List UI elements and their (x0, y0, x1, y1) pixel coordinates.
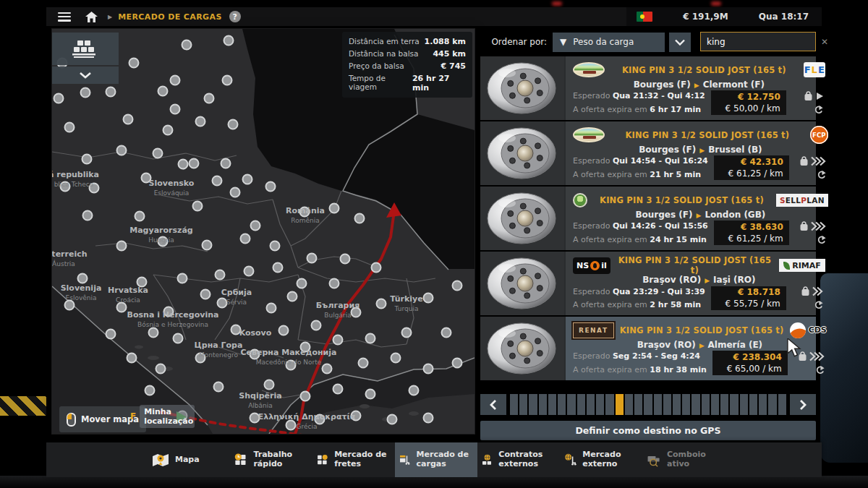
city-marker (203, 241, 212, 250)
sort-expand-button[interactable] (669, 33, 691, 52)
scrollbar-segment[interactable] (778, 394, 786, 415)
city-marker (117, 146, 127, 155)
speed-arrows-icon (809, 351, 825, 361)
home-button[interactable] (85, 12, 98, 22)
map-icon (151, 450, 170, 469)
cargo-listing[interactable]: RENATKING PIN 3 1/2 SOLID JOST (165 t)CD… (480, 317, 816, 380)
menu-icon[interactable] (58, 12, 71, 22)
trailer-filter-button[interactable] (52, 33, 119, 65)
price-per-km: € 61,25 / km (728, 168, 783, 179)
scrollbar-segment[interactable] (720, 394, 728, 415)
city-marker (366, 390, 375, 399)
tab-quick-job[interactable]: Trabalho rápido (230, 442, 312, 477)
scrollbar-segment[interactable] (702, 394, 710, 415)
offer-expiry: A oferta expira em 6 hr 17 min (573, 105, 705, 114)
tab-freight-market[interactable]: Mercado de fretes (312, 442, 395, 477)
tab-cargo-market[interactable]: Mercado de cargas (395, 442, 477, 477)
tab-convoy: Comboio ativo (642, 442, 725, 477)
route-info-value: 1.088 km (425, 37, 466, 46)
city-marker (286, 361, 296, 370)
cargo-listing[interactable]: KING PIN 3 1/2 SOLID JOST (165 t)FCPBour… (480, 121, 816, 185)
cargo-listing[interactable]: NSilKING PIN 3 1/2 SOLID JOST (165 t)RIM… (480, 252, 816, 315)
cargo-route: Braşov (RO)Iaşi (RO) (573, 275, 825, 286)
fle-logo: FLE (804, 62, 825, 77)
scrollbar-segment[interactable] (625, 394, 633, 415)
scrollbar-segment[interactable] (577, 394, 585, 415)
city-marker (224, 36, 234, 46)
scrollbar-segment[interactable] (596, 394, 604, 415)
tab-map[interactable]: Mapa (148, 442, 230, 477)
cargo-image-box (480, 317, 566, 380)
scrollbar-segment[interactable] (587, 394, 595, 415)
sort-dropdown[interactable]: Peso da carga (553, 33, 665, 52)
city-marker (453, 359, 462, 368)
city-marker (158, 237, 168, 247)
scrollbar-segment[interactable] (768, 394, 776, 415)
external-contracts-icon (481, 450, 493, 469)
expected-time: Esperado Seg 2:54 - Seg 4:24 (573, 351, 707, 361)
route-arrow-icon (701, 277, 713, 284)
scrollbar-segment[interactable] (692, 394, 699, 415)
scrollbar-segment[interactable] (673, 394, 681, 415)
scrollbar-segment[interactable] (616, 394, 624, 415)
scrollbar-segment[interactable] (519, 394, 527, 415)
scrollbar-segment[interactable] (740, 394, 748, 415)
scroll-right-button[interactable] (790, 394, 816, 415)
search-input[interactable] (701, 37, 821, 47)
scrollbar-segment[interactable] (539, 394, 547, 415)
scrollbar-segment[interactable] (654, 394, 662, 415)
trailer-filter-expand-button[interactable] (52, 67, 119, 84)
cargo-price: € 12.750 (738, 92, 780, 102)
weight-icon (804, 91, 813, 101)
help-button[interactable]: ? (229, 11, 241, 22)
scrollbar-segment[interactable] (548, 394, 556, 415)
scrollbar-segment[interactable] (644, 394, 652, 415)
city-marker (65, 301, 75, 310)
scrollbar-segment[interactable] (711, 394, 719, 415)
scrollbar-segment[interactable] (634, 394, 642, 415)
farm-logo (573, 127, 605, 142)
scrollbar-segment[interactable] (759, 394, 767, 415)
scrollbar-segment[interactable] (529, 394, 537, 415)
tab-external-contracts[interactable]: Contratos externos (477, 442, 560, 477)
scrollbar-segment[interactable] (682, 394, 690, 415)
my-location-button[interactable]: F Minha localização (130, 405, 195, 428)
scrollbar-segment[interactable] (749, 394, 757, 415)
city-marker (193, 202, 203, 211)
scrollbar-segment[interactable] (567, 394, 575, 415)
price-per-km: € 65,00 / km (727, 364, 782, 374)
city-marker (341, 254, 350, 264)
tab-external-market[interactable]: Mercado externo (560, 442, 642, 477)
route-info-value: € 745 (441, 61, 466, 71)
set-gps-destination-button[interactable]: Definir como destino no GPS (480, 421, 816, 440)
scrollbar-segment[interactable] (730, 394, 738, 415)
scrollbar-segment[interactable] (510, 394, 518, 415)
map-panel[interactable]: á republikablica TchecaSlovenskoEslováqu… (52, 29, 475, 434)
cargo-route: Braşov (RO)Almería (E) (573, 340, 827, 351)
route-info-row: Distância em terra1.088 km (342, 35, 472, 48)
kingpin-cargo-image (484, 255, 561, 312)
route-info-label: Preço da balsa (349, 61, 404, 71)
route-to: London (GB) (705, 210, 765, 220)
city-marker (231, 188, 240, 197)
scrollbar-segment[interactable] (663, 394, 671, 415)
cargo-listing[interactable]: KING PIN 3 1/2 SOLID JOST (165 t)FLEBour… (480, 56, 816, 120)
sort-selected-value: Peso da carga (573, 37, 634, 47)
tab-label: Mercado externo (582, 450, 639, 469)
cargo-title: KING PIN 3 1/2 SOLID JOST (165 t) (593, 195, 770, 205)
clear-search-icon[interactable] (821, 37, 828, 47)
tab-label: Mapa (175, 455, 200, 465)
city-marker (178, 274, 187, 283)
scrollbar-segment[interactable] (558, 394, 566, 415)
portugal-flag-icon (637, 12, 652, 22)
city-marker (164, 307, 174, 317)
city-marker (409, 386, 419, 395)
renat-logo: RENAT (573, 322, 614, 338)
cargo-listing[interactable]: KING PIN 3 1/2 SOLID JOST (165 t)SELLPLA… (480, 187, 816, 250)
scrollbar-segment[interactable] (605, 394, 613, 415)
scroll-left-button[interactable] (480, 394, 506, 415)
chevron-down-icon (79, 72, 92, 79)
chevron-right-icon (799, 399, 807, 411)
city-marker (250, 350, 260, 359)
city-marker (156, 364, 166, 374)
